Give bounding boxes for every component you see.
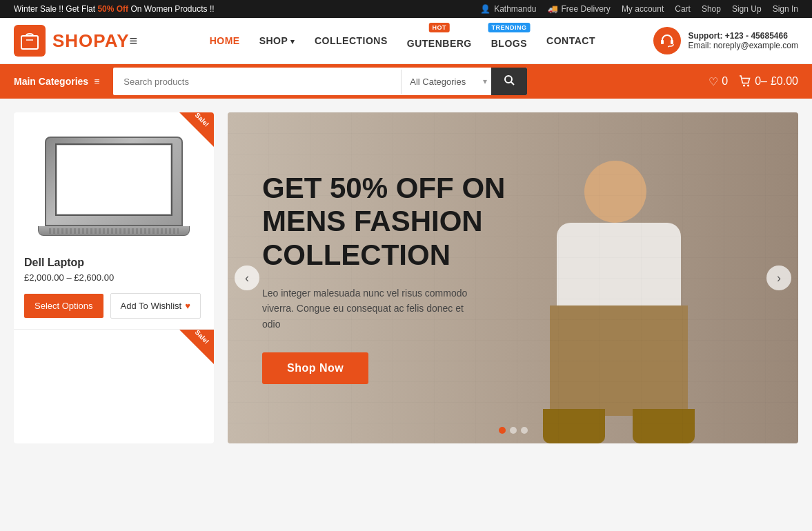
product-card-second: Sale! [14, 329, 214, 350]
svg-point-5 [505, 76, 512, 83]
add-to-wishlist-button[interactable]: Add To Wishlist♥ [110, 293, 201, 319]
main-categories-button[interactable]: Main Categories ≡ [14, 76, 99, 87]
main-content: Sale! Dell Laptop £2,000.00 – £2,600.00 [0, 99, 812, 457]
nav-contact[interactable]: CONTACT [539, 31, 602, 50]
support-text: Support: +123 - 45685466 Email: noreply@… [688, 31, 798, 50]
trending-badge: TRENDING [488, 23, 530, 32]
delivery-icon: 🚚 [548, 4, 558, 14]
cart-icon [739, 75, 751, 88]
location-icon: 👤 [480, 4, 491, 14]
search-area: All Categories Electronics Fashion Home … [113, 68, 527, 95]
category-select[interactable]: All Categories Electronics Fashion Home … [401, 70, 491, 94]
slider-dot-1[interactable] [499, 427, 506, 434]
svg-point-4 [668, 46, 669, 48]
logo-area: SHOPAY [14, 25, 130, 57]
laptop-display [57, 145, 171, 214]
sale-corner-2: Sale! [179, 330, 214, 364]
sale-text: Winter Sale !! Get Flat 50% Off On Women… [14, 4, 215, 14]
logo-text: SHOPAY [52, 30, 130, 52]
slider-next-button[interactable]: › [766, 266, 791, 290]
wishlist-button[interactable]: ♡ 0 [709, 75, 728, 88]
laptop-keyboard [49, 228, 179, 234]
svg-point-7 [743, 85, 745, 87]
headset-icon [653, 27, 681, 54]
nav-shop[interactable]: SHOP ▾ [252, 31, 302, 50]
header: SHOPAY ≡ HOME SHOP ▾ COLLECTIONS HOT GUT… [0, 18, 812, 64]
nav-collections[interactable]: COLLECTIONS [308, 31, 395, 50]
hero-content: GET 50% OFF ON MENS FASHION COLLECTION L… [262, 172, 524, 384]
top-bar: Winter Sale !! Get Flat 50% Off On Women… [0, 0, 812, 18]
category-select-wrapper: All Categories Electronics Fashion Home … [401, 70, 491, 94]
location-item: 👤 Kathmandu [480, 4, 536, 14]
svg-rect-3 [671, 40, 673, 44]
cart-area: ♡ 0 0– £0.00 [709, 75, 798, 88]
hero-title: GET 50% OFF ON MENS FASHION COLLECTION [262, 172, 524, 272]
laptop-screen [55, 143, 172, 216]
laptop-base [38, 226, 190, 236]
slider-dot-2[interactable] [510, 427, 517, 434]
wishlist-heart-icon: ♥ [185, 301, 190, 311]
my-account-link[interactable]: My account [622, 4, 664, 14]
delivery-item: 🚚 Free Delivery [548, 4, 611, 14]
svg-point-8 [747, 85, 749, 87]
top-bar-links: 👤 Kathmandu 🚚 Free Delivery My account C… [480, 4, 798, 14]
slider-dots [499, 427, 528, 434]
signin-link[interactable]: Sign In [773, 4, 798, 14]
wishlist-count: 0 [722, 75, 728, 88]
menu-lines-icon: ≡ [94, 76, 99, 87]
hero-description: Leo integer malesuada nunc vel risus com… [262, 285, 483, 332]
product-actions: Select Options Add To Wishlist♥ [24, 293, 204, 319]
support-email: Email: noreply@example.com [688, 41, 798, 50]
svg-line-6 [511, 82, 514, 85]
logo-icon [14, 25, 46, 57]
sale-announcement: Winter Sale !! Get Flat 50% Off On Women… [14, 4, 215, 14]
product-image-area [24, 123, 204, 250]
heart-icon: ♡ [709, 75, 718, 88]
main-nav: HOME SHOP ▾ COLLECTIONS HOT GUTENBERG TR… [151, 28, 653, 53]
hamburger-icon[interactable]: ≡ [130, 33, 138, 49]
hero-background: GET 50% OFF ON MENS FASHION COLLECTION L… [228, 112, 798, 443]
support-area: Support: +123 - 45685466 Email: noreply@… [653, 27, 798, 54]
search-button[interactable] [491, 68, 527, 95]
nav-blogs[interactable]: TRENDING BLOGS [484, 28, 534, 53]
shop-now-button[interactable]: Shop Now [262, 352, 368, 384]
shopping-bag-icon [19, 30, 40, 51]
nav-gutenberg[interactable]: HOT GUTENBERG [400, 28, 479, 53]
laptop-image [38, 137, 190, 236]
select-options-button[interactable]: Select Options [24, 294, 103, 318]
product-name: Dell Laptop [24, 257, 204, 269]
slider-prev-button[interactable]: ‹ [235, 266, 259, 290]
nav-home[interactable]: HOME [203, 31, 247, 50]
hot-badge: HOT [429, 23, 450, 32]
cart-link[interactable]: Cart [675, 4, 691, 14]
product-price: £2,000.00 – £2,600.00 [24, 272, 204, 283]
laptop-screen-body [45, 137, 183, 226]
signup-link[interactable]: Sign Up [732, 4, 762, 14]
cart-count: 0– [755, 75, 767, 88]
shop-link[interactable]: Shop [702, 4, 721, 14]
product-sidebar: Sale! Dell Laptop £2,000.00 – £2,600.00 [14, 112, 214, 443]
support-phone: Support: +123 - 45685466 [688, 31, 798, 41]
search-icon [504, 74, 515, 86]
shop-chevron: ▾ [290, 37, 295, 46]
svg-rect-2 [661, 40, 664, 44]
svg-rect-0 [21, 36, 38, 49]
categories-label: Main Categories [14, 76, 88, 87]
cart-button[interactable]: 0– £0.00 [739, 75, 798, 88]
delivery-label: Free Delivery [562, 4, 611, 14]
cart-total: £0.00 [771, 75, 798, 88]
hero-slider: GET 50% OFF ON MENS FASHION COLLECTION L… [228, 112, 798, 443]
product-card-laptop: Sale! Dell Laptop £2,000.00 – £2,600.00 [14, 112, 214, 329]
search-input[interactable] [113, 70, 401, 94]
slider-dot-3[interactable] [521, 427, 528, 434]
category-bar: Main Categories ≡ All Categories Electro… [0, 64, 812, 99]
location-label: Kathmandu [494, 4, 536, 14]
sale-percent: 50% Off [97, 4, 128, 14]
